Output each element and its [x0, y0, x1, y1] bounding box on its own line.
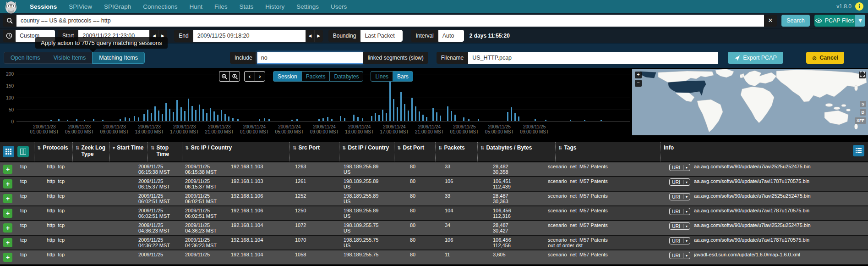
cell-stop-time: 2009/11/25 [181, 250, 227, 264]
toggle-view-grid-icon[interactable] [3, 146, 14, 157]
chart-style-lines[interactable]: Lines [371, 71, 393, 82]
chart-style-bars[interactable]: Bars [393, 71, 413, 82]
column-header-label: Dst IP / Country [348, 144, 389, 151]
nav-item-hunt[interactable]: Hunt [184, 1, 207, 12]
export-scope-tabs: Open ItemsVisible ItemsMatching Items [4, 52, 145, 64]
pan-right-icon[interactable]: › [255, 71, 265, 82]
nav-item-spigraph[interactable]: SPIGraph [99, 1, 136, 12]
chart-view-databytes[interactable]: Databytes [329, 71, 363, 82]
sort-icon: ⇅ [185, 145, 189, 151]
uri-dropdown-button[interactable]: URI▾ [669, 252, 690, 259]
bounding-select[interactable]: Last Packet [360, 30, 403, 42]
clear-search-button[interactable]: ✕ [764, 15, 777, 27]
column-header-dst-port[interactable]: ⇅Dst Port [394, 142, 435, 161]
expand-session-button[interactable]: + [3, 223, 12, 233]
session-uri-link[interactable]: aa.avg.com/softw/90/update/u7iavi2525u25… [694, 222, 810, 228]
nav-item-settings[interactable]: Settings [291, 1, 324, 12]
expand-session-button[interactable]: + [3, 194, 12, 203]
column-header-start-time[interactable]: ▾Start Time [109, 142, 147, 161]
map-toggle-xff[interactable]: XFF [855, 117, 866, 124]
arkime-owl-logo[interactable] [4, 0, 19, 14]
uri-dropdown-button[interactable]: URI▾ [669, 178, 690, 186]
uri-dropdown-button[interactable]: URI▾ [669, 237, 690, 244]
end-step-back-button[interactable]: ◀ [306, 30, 314, 42]
expand-session-button[interactable]: + [3, 253, 12, 262]
uri-dropdown-button[interactable]: URI▾ [669, 208, 690, 215]
nav-item-spiview[interactable]: SPIView [64, 1, 97, 12]
filename-label: Filename [437, 52, 468, 64]
cell-packets: 106 [441, 177, 489, 191]
pan-left-icon[interactable]: ‹ [244, 71, 255, 82]
chart-view-session[interactable]: Session [273, 71, 301, 82]
uri-dropdown-button[interactable]: URI▾ [669, 222, 690, 230]
cell-databytes: 28,482 30,358 [489, 162, 544, 176]
histogram-bar [422, 115, 424, 121]
column-header-src-port[interactable]: ⇅Src Port [289, 142, 339, 161]
sort-icon: ⇅ [438, 145, 442, 151]
expand-session-button[interactable]: + [3, 165, 12, 174]
map-zoom-in-button[interactable]: + [635, 72, 642, 78]
cell-dst-ip: 198.189.255.89 US [340, 192, 406, 205]
end-time-input[interactable] [193, 30, 306, 42]
chart-view-packets[interactable]: Packets [301, 71, 330, 82]
interval-select[interactable]: Auto [438, 30, 464, 42]
session-uri-link[interactable]: aa.avg.com/softw/90/update/u7avi1787u170… [694, 178, 809, 184]
nav-item-history[interactable]: History [260, 1, 289, 12]
map-toggle-d[interactable]: D [860, 109, 867, 116]
session-uri-link[interactable]: aa.avg.com/softw/90/update/u7iavi2525u25… [694, 164, 810, 169]
session-uri-link[interactable]: javadl-esd.sun.com/update/1.6.0/map-1.6.… [694, 252, 800, 257]
session-uri-link[interactable]: aa.avg.com/softw/90/update/u7avi1787u170… [694, 208, 809, 213]
histogram-bar [545, 120, 546, 121]
cell-databytes: 28,487 30,363 [489, 192, 544, 205]
tab-visible-items[interactable]: Visible Items [47, 52, 93, 64]
column-header-src-ip-country[interactable]: ⇅Src IP / Country [182, 142, 289, 161]
table-body: +tcphttp tcp2009/11/25 06:15:38 MST2009/… [0, 162, 868, 265]
zoom-in-icon[interactable] [229, 71, 240, 82]
column-header-stop-time[interactable]: ⇅Stop Time [147, 142, 182, 161]
nav-item-stats[interactable]: Stats [234, 1, 258, 12]
nav-item-sessions[interactable]: Sessions [25, 1, 62, 12]
end-step-forward-button[interactable]: ▶ [314, 30, 323, 42]
nav-item-files[interactable]: Files [209, 1, 233, 12]
bounding-group: Bounding Last Packet [328, 30, 403, 42]
nav-item-users[interactable]: Users [326, 1, 352, 12]
info-fields-icon[interactable] [853, 145, 864, 156]
world-map[interactable]: + − SDXFF [632, 69, 868, 135]
filename-input[interactable] [468, 52, 718, 64]
search-button[interactable]: Search [781, 15, 810, 27]
session-uri-link[interactable]: aa.avg.com/softw/90/update/u7iavi2525u25… [694, 193, 810, 199]
cell-protocols: tcp [16, 236, 43, 249]
map-expand-icon[interactable] [859, 72, 866, 78]
cell-dst-port: 80 [406, 192, 441, 205]
pcap-files-button[interactable]: PCAP Files [814, 15, 855, 27]
column-config-icon[interactable] [17, 146, 29, 157]
expand-session-button[interactable]: + [3, 238, 12, 247]
histogram-bar [375, 113, 376, 121]
cell-info: URI▾aa.avg.com/softw/90/update/u7iavi252… [666, 192, 868, 205]
nav-item-connections[interactable]: Connections [138, 1, 182, 12]
pcap-dropdown-caret[interactable]: ▼ [855, 15, 865, 27]
expand-session-button[interactable]: + [3, 179, 12, 188]
column-header-protocols[interactable]: ⇅Protocols [34, 142, 72, 161]
search-input[interactable] [16, 15, 764, 27]
help-icon[interactable]: i [855, 2, 863, 11]
zoom-out-icon[interactable] [219, 71, 229, 82]
session-uri-link[interactable]: aa.avg.com/softw/90/update/u7avi1787u170… [694, 237, 809, 243]
map-toggle-s[interactable]: S [860, 101, 866, 107]
cancel-export-button[interactable]: ⊘ Cancel [806, 52, 844, 64]
column-header-databytes-bytes[interactable]: ⇅Databytes / Bytes [477, 142, 555, 161]
tab-matching-items[interactable]: Matching Items [92, 52, 145, 64]
column-header-dst-ip-country[interactable]: ⇅Dst IP / Country [339, 142, 394, 161]
column-header-zeek-log-type[interactable]: ⇅Zeek Log Type [72, 142, 109, 161]
include-segments-input[interactable] [257, 52, 363, 64]
uri-dropdown-button[interactable]: URI▾ [669, 193, 690, 200]
column-header-tags[interactable]: ⇅Tags [555, 142, 661, 161]
export-pcap-button[interactable]: Export PCAP [728, 52, 783, 64]
column-header-packets[interactable]: ⇅Packets [435, 142, 477, 161]
tab-open-items[interactable]: Open Items [4, 52, 47, 64]
expand-session-button[interactable]: + [3, 209, 12, 218]
uri-dropdown-button[interactable]: URI▾ [669, 164, 690, 171]
map-zoom-out-button[interactable]: − [635, 80, 642, 87]
cell-src-port: 1250 [291, 206, 340, 220]
cell-tags: scenario net M57 Patents [544, 162, 666, 176]
